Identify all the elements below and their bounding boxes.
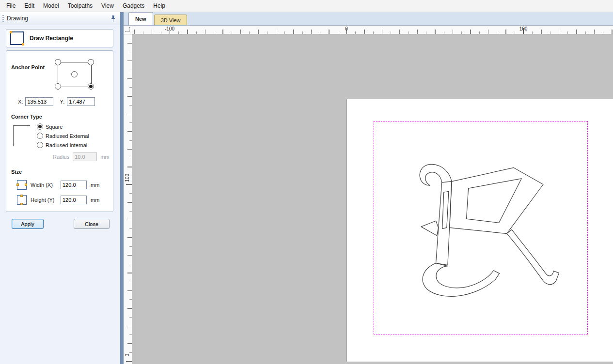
h-ruler-major-tick	[346, 28, 347, 34]
view-tabs: New 3D View	[124, 12, 613, 26]
h-ruler-major-tick	[170, 28, 170, 34]
anchor-x-label: X:	[18, 99, 23, 105]
corner-option-square[interactable]: Square	[37, 123, 89, 130]
panel-title: Drawing	[7, 15, 110, 22]
tab-new-label: New	[135, 16, 146, 22]
panel-grip[interactable]	[2, 15, 4, 22]
anchor-y-input[interactable]	[67, 97, 95, 106]
tab-3d-view[interactable]: 3D View	[154, 15, 188, 25]
menu-item-edit[interactable]: Edit	[20, 1, 39, 11]
application-window: File Edit Model Toolpaths View Gadgets H…	[0, 0, 613, 364]
menu-item-file[interactable]: File	[2, 1, 20, 11]
anchor-point-bottom-right[interactable]	[88, 83, 94, 90]
width-icon	[17, 180, 27, 190]
width-input[interactable]	[61, 181, 87, 189]
corner-option-radiused-internal[interactable]: Radiused Internal	[37, 142, 89, 148]
material-sheet	[346, 99, 613, 362]
main-view: New 3D View -100 0 100 1	[124, 12, 613, 364]
v-ruler-label-0: 0	[125, 354, 130, 357]
anchor-point-top-left[interactable]	[55, 59, 61, 65]
tab-3d-view-label: 3D View	[161, 17, 181, 23]
height-icon	[17, 195, 27, 205]
letter-r-vector[interactable]	[400, 154, 563, 306]
v-ruler-major-tick	[126, 184, 132, 185]
h-ruler-major-tick	[523, 28, 524, 34]
menu-item-gadgets[interactable]: Gadgets	[118, 1, 149, 11]
horizontal-ruler[interactable]: -100 0 100	[132, 26, 613, 34]
corner-option-radiused-external[interactable]: Radiused External	[37, 133, 89, 139]
radio-radiused-external[interactable]	[37, 133, 43, 139]
radio-radiused-internal[interactable]	[37, 142, 43, 148]
drawing-panel: Drawing Draw Rectangle Anchor Point	[0, 12, 120, 364]
vertical-ruler[interactable]: 100 0	[124, 34, 132, 364]
tab-new[interactable]: New	[128, 12, 153, 25]
anchor-point-label: Anchor Point	[11, 57, 45, 92]
tool-title: Draw Rectangle	[30, 35, 73, 42]
width-label: Width (X)	[31, 182, 57, 188]
anchor-point-center[interactable]	[71, 71, 78, 77]
anchor-y-label: Y:	[60, 99, 64, 105]
radio-radiused-external-label: Radiused External	[46, 133, 89, 139]
menu-bar: File Edit Model Toolpaths View Gadgets H…	[0, 0, 613, 12]
size-label: Size	[11, 169, 109, 175]
pin-icon[interactable]	[110, 15, 116, 22]
width-unit: mm	[91, 182, 99, 188]
corner-type-label: Corner Type	[11, 114, 109, 120]
rectangle-options-group: Anchor Point X: Y: Co	[6, 50, 113, 212]
radio-radiused-internal-label: Radiused Internal	[46, 142, 87, 148]
radio-square-label: Square	[46, 124, 63, 130]
radius-label: Radius	[53, 154, 69, 160]
ruler-corner	[124, 26, 132, 34]
anchor-point-bottom-left[interactable]	[55, 83, 61, 90]
anchor-x-input[interactable]	[25, 97, 53, 106]
menu-item-view[interactable]: View	[97, 1, 118, 11]
corner-preview-glyph	[13, 125, 30, 146]
height-unit: mm	[91, 197, 99, 203]
panel-titlebar: Drawing	[0, 12, 120, 25]
tool-header: Draw Rectangle	[6, 29, 113, 47]
radio-square[interactable]	[37, 123, 43, 130]
radius-input[interactable]	[73, 152, 97, 161]
v-ruler-label-100: 100	[125, 174, 130, 182]
menu-item-toolpaths[interactable]: Toolpaths	[63, 1, 97, 11]
menu-item-model[interactable]: Model	[39, 1, 63, 11]
height-label: Height (Y)	[31, 197, 57, 203]
apply-button[interactable]: Apply	[12, 219, 44, 229]
draw-rectangle-icon	[10, 31, 24, 45]
menu-item-help[interactable]: Help	[149, 1, 170, 11]
height-input[interactable]	[61, 196, 87, 204]
panel-splitter[interactable]	[120, 12, 124, 364]
drawing-canvas[interactable]	[132, 34, 613, 364]
anchor-point-top-right[interactable]	[88, 59, 94, 65]
v-ruler-major-tick	[126, 361, 132, 362]
close-button[interactable]: Close	[74, 219, 110, 229]
anchor-point-selector	[52, 57, 99, 92]
radius-unit: mm	[100, 154, 109, 160]
